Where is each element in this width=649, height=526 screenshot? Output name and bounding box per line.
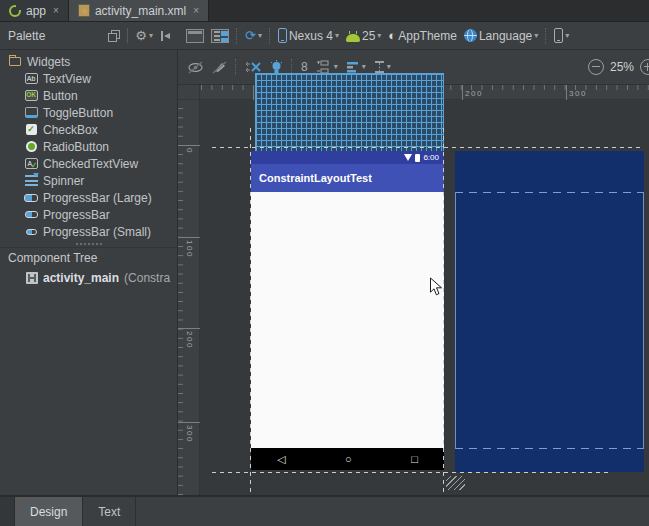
palette-item-label: RadioButton [43, 140, 109, 154]
palette-item-label: CheckBox [43, 123, 98, 137]
palette-item-progressbar-large[interactable]: ProgressBar (Large) [0, 189, 177, 206]
palette-item-togglebutton[interactable]: ToggleButton [0, 104, 177, 121]
resize-handle[interactable] [446, 476, 465, 490]
nav-home-icon: ○ [345, 454, 352, 465]
palette-list: Widgets Ab TextView OK Button ToggleButt… [0, 50, 177, 240]
device-name: Nexus 4 [289, 29, 333, 43]
infer-constraints-icon[interactable] [270, 60, 283, 74]
android-icon [346, 34, 360, 42]
palette-item-label: Spinner [43, 174, 84, 188]
globe-icon [464, 29, 477, 42]
close-icon[interactable]: × [53, 6, 59, 16]
progressbar-large-icon [24, 191, 38, 205]
api-level-selector[interactable]: 25 ▾ [346, 29, 381, 43]
design-blueprint-view-icon[interactable] [211, 29, 229, 43]
design-surface[interactable]: 6:00 ConstraintLayoutTest ◁ ○ □ [200, 100, 649, 495]
theme-selector[interactable]: ◐ AppTheme [388, 29, 457, 43]
chevron-down-icon: ▾ [565, 32, 569, 40]
design-canvas: 0 100 200 300 0 100 200 300 [178, 85, 649, 495]
autoconnect-icon[interactable] [212, 61, 227, 74]
palette-item-label: ProgressBar (Large) [43, 191, 152, 205]
theme-name: AppTheme [398, 29, 457, 43]
zoom-out-icon[interactable] [588, 59, 604, 75]
clear-constraints-icon[interactable] [245, 60, 262, 74]
selection-guide-left [250, 128, 251, 492]
palette-item-checkedtextview[interactable]: A✓ CheckedTextView [0, 155, 177, 172]
dock-pin-icon[interactable] [160, 30, 172, 42]
palette-settings-button[interactable]: ⚙ ▾ [135, 29, 153, 42]
default-margin-value[interactable]: 8 [301, 60, 308, 74]
chevron-down-icon: ▾ [534, 32, 538, 40]
tab-label: app [26, 4, 46, 18]
copy-icon[interactable] [108, 30, 120, 42]
palette-item-progressbar[interactable]: ProgressBar [0, 206, 177, 223]
component-type: (Constra [124, 271, 170, 285]
close-icon[interactable]: × [193, 6, 199, 16]
separator [236, 28, 238, 44]
distribute-button[interactable]: ▾ [374, 60, 391, 74]
palette-item-radiobutton[interactable]: RadioButton [0, 138, 177, 155]
show-constraints-icon[interactable] [187, 61, 204, 74]
blueprint-edge-left [455, 192, 456, 449]
palette-item-textview[interactable]: Ab TextView [0, 70, 177, 87]
palette-item-button[interactable]: OK Button [0, 87, 177, 104]
configuration-toolbar: Palette ⚙ ▾ ⟳ ▾ Nexus 4 ▾ [0, 22, 649, 50]
chevron-down-icon: ▾ [149, 32, 153, 40]
device-content-area [251, 192, 444, 448]
api-level: 25 [362, 29, 375, 43]
nav-recents-icon: □ [411, 454, 418, 465]
locale-name: Language [479, 29, 532, 43]
tab-app[interactable]: app × [0, 0, 69, 21]
palette-item-label: ProgressBar (Small) [43, 225, 151, 239]
chevron-down-icon: ▾ [362, 63, 366, 71]
palette-item-label: ProgressBar [43, 208, 110, 222]
align-button[interactable]: ▾ [346, 61, 366, 73]
chevron-down-icon: ▾ [335, 32, 339, 40]
palette-item-progressbar-small[interactable]: ProgressBar (Small) [0, 223, 177, 240]
palette-title: Palette [8, 29, 45, 43]
status-clock: 6:00 [423, 154, 439, 162]
preview-device-selector[interactable]: ▾ [554, 28, 569, 43]
blueprint-edge-right [643, 192, 644, 449]
device-selector[interactable]: Nexus 4 ▾ [278, 28, 339, 43]
tab-activity-main-xml[interactable]: activity_main.xml × [69, 0, 209, 21]
chevron-down-icon: ▾ [334, 63, 338, 71]
locale-selector[interactable]: Language ▾ [464, 29, 538, 43]
blueprint-guide-top [455, 192, 644, 193]
tab-label: activity_main.xml [95, 4, 186, 18]
chevron-down-icon: ▾ [258, 32, 262, 40]
component-tree-item-activity-main[interactable]: activity_main (Constra [0, 267, 177, 289]
palette-item-spinner[interactable]: Spinner [0, 172, 177, 189]
zoom-controls: 25% [588, 59, 649, 75]
mouse-cursor [429, 277, 443, 300]
folder-icon [8, 55, 22, 69]
selection-guide-top [212, 147, 640, 148]
component-tree-header: Component Tree [0, 247, 177, 267]
blueprint-view[interactable] [455, 151, 644, 472]
checkedtextview-icon: A✓ [24, 157, 38, 171]
selection-guide-bottom [212, 472, 610, 473]
chevron-down-icon: ▾ [387, 63, 391, 71]
radiobutton-icon [24, 140, 38, 154]
palette-item-checkbox[interactable]: ✓ CheckBox [0, 121, 177, 138]
vertical-ruler: 0 100 200 300 [178, 100, 200, 495]
battery-icon [415, 154, 420, 162]
checkbox-icon: ✓ [24, 123, 38, 137]
phone-icon [278, 28, 287, 43]
palette-group-widgets[interactable]: Widgets [0, 53, 177, 70]
palette-item-label: ToggleButton [43, 106, 113, 120]
mode-bar-stub [0, 497, 15, 526]
zoom-in-icon[interactable] [640, 59, 649, 75]
tab-text[interactable]: Text [83, 497, 136, 526]
separator [235, 59, 237, 75]
orientation-button[interactable]: ⟳ ▾ [245, 29, 262, 42]
panel-splitter[interactable] [0, 240, 177, 247]
pack-selection-button[interactable]: ▾ [316, 60, 338, 74]
gradle-run-icon [9, 5, 21, 17]
tab-design[interactable]: Design [15, 497, 83, 526]
phone-icon [554, 28, 563, 43]
device-preview[interactable]: 6:00 ConstraintLayoutTest ◁ ○ □ [251, 151, 444, 470]
gear-icon: ⚙ [135, 29, 147, 42]
design-view-icon[interactable] [186, 29, 204, 43]
device-status-bar: 6:00 [251, 151, 444, 164]
